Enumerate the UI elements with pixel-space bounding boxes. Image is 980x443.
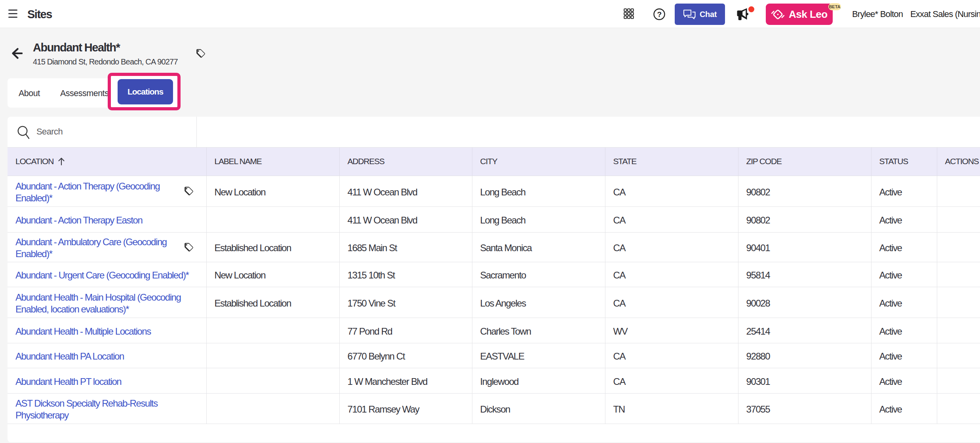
svg-text:?: ? bbox=[657, 10, 661, 19]
